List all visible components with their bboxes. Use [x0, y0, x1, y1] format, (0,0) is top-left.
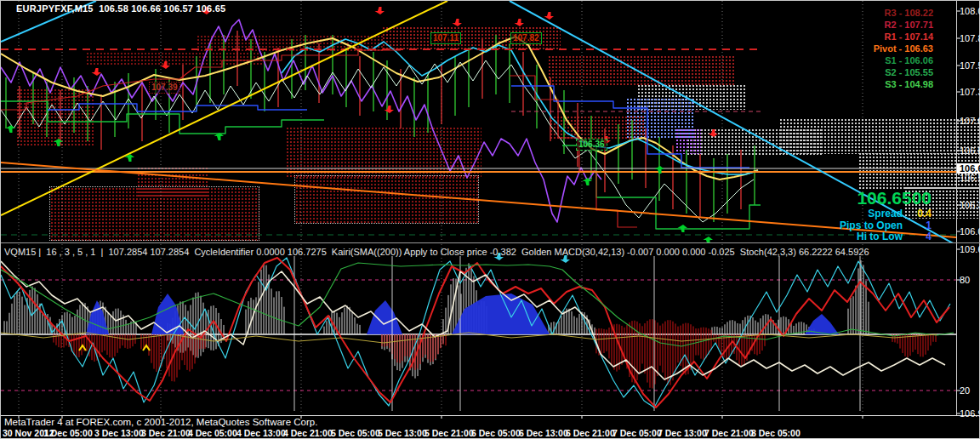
indicator-values-header: VQM15 | 16 , 3 , 5 , 1 | 107.2854 107.28… — [4, 247, 869, 257]
price-axis-label[interactable]: 20 — [960, 385, 970, 396]
sell-arrow-icon — [453, 19, 463, 26]
time-axis-label[interactable]: 7 Dec 21:00 — [704, 428, 754, 438]
pivot-label: S2 - 105.55 — [874, 66, 933, 78]
buy-arrow-icon — [125, 154, 135, 162]
pips-to-open-label: Pips to Open — [840, 220, 903, 231]
ichimoku-cloud — [779, 118, 980, 154]
sell-arrow-icon — [375, 7, 385, 14]
symbol-ohlc-header: EURJPYFXF,M15 106.58 106.66 106.57 106.6… — [16, 3, 225, 14]
time-axis-label[interactable]: 6 Dec 13:00 — [519, 428, 568, 438]
hi-to-low-value: 4 — [903, 231, 932, 243]
time-axis-line[interactable] — [1, 415, 980, 416]
pivot-label: R3 - 108.22 — [874, 7, 933, 19]
price-axis-label[interactable]: 108.05 — [960, 6, 980, 16]
ichimoku-cloud — [294, 175, 479, 224]
time-axis-label[interactable]: 4 Dec 13:00 — [236, 428, 286, 438]
time-axis-label[interactable]: 3 Dec 13:00 — [94, 428, 144, 438]
ichimoku-cloud — [137, 167, 209, 197]
ichimoku-cloud — [86, 52, 265, 66]
price-axis-label[interactable]: 106.998 — [960, 408, 980, 419]
series-signal-green — [1, 263, 954, 346]
price-flag-label: 107.39 — [149, 82, 180, 94]
panel-divider[interactable] — [1, 242, 980, 243]
price-axis-label[interactable]: 106.05 — [960, 226, 980, 237]
macd-mound — [367, 300, 402, 334]
macd-mound — [151, 294, 184, 334]
time-axis-label[interactable]: 7 Dec 05:00 — [612, 428, 662, 438]
ichimoku-cloud — [286, 127, 481, 178]
mt4-chart-window: EURJPYFXF,M15 106.58 106.66 106.57 106.6… — [0, 0, 980, 439]
time-axis-label[interactable]: 6 Dec 05:00 — [471, 428, 521, 438]
buy-arrow-icon — [214, 133, 225, 140]
series-channel-red-mid — [510, 76, 637, 227]
lower-plot-group — [1, 244, 956, 414]
ichimoku-cloud — [548, 55, 735, 86]
pivot-label: S1 - 106.06 — [874, 54, 933, 66]
current-price-label: 106.6500 — [840, 188, 932, 208]
time-axis-label[interactable]: 1 Dec 05:00 — [43, 428, 93, 438]
price-flag-label: 107.82 — [510, 32, 542, 44]
ichimoku-cloud — [16, 88, 94, 145]
price-flag-label: 106.36 — [576, 139, 607, 151]
price-axis-label[interactable]: 109.614 — [960, 244, 980, 254]
time-axis-label[interactable]: 3 Dec 21:00 — [141, 428, 191, 438]
price-axis-label[interactable]: 106.55 — [960, 173, 980, 183]
pivot-label: Pivot - 106.63 — [874, 43, 933, 54]
macd-mound — [452, 294, 550, 334]
series-olive-center — [1, 333, 937, 343]
pivot-label: S3 - 104.98 — [874, 78, 933, 90]
price-axis-label[interactable]: 80 — [960, 275, 970, 285]
price-axis-line[interactable] — [956, 1, 957, 415]
price-info-block: 106.6500 Spread0.4 Pips to Open1 Hi to L… — [840, 188, 932, 243]
mark-icon — [143, 345, 150, 351]
status-bar: MetaTrader 4 at FOREX.com, c 2001-2012, … — [4, 417, 317, 427]
time-axis-label[interactable]: 4 Dec 05:00 — [188, 428, 237, 438]
time-axis-label[interactable]: 4 Dec 21:00 — [283, 428, 333, 438]
pips-to-open-value: 1 — [903, 220, 932, 232]
price-axis-label[interactable]: 106.80 — [960, 145, 980, 156]
ichimoku-cloud — [675, 128, 701, 154]
macd-mound — [805, 314, 839, 334]
price-axis-label[interactable]: 107.55 — [960, 60, 980, 71]
price-axis-label[interactable]: 107.05 — [960, 116, 980, 126]
series-channel-green-right — [562, 145, 761, 229]
time-axis-label[interactable]: 6 Dec 21:00 — [566, 428, 615, 438]
price-flag-label: 107.11 — [430, 32, 461, 44]
spread-label: Spread — [868, 208, 903, 220]
sell-arrow-icon — [544, 12, 555, 20]
pivot-label: R2 - 107.71 — [874, 19, 933, 31]
time-axis-label[interactable]: 5 Dec 21:00 — [424, 428, 474, 438]
series-kairi-white — [1, 261, 945, 379]
pivot-levels-block: R3 - 108.22R2 - 107.71R1 - 107.14Pivot -… — [874, 7, 933, 90]
sell-arrow-icon — [515, 19, 525, 26]
time-axis-label[interactable]: 5 Dec 13:00 — [378, 428, 427, 438]
sell-arrow-icon — [92, 68, 102, 76]
ichimoku-cloud — [197, 35, 384, 52]
hi-to-low-label: Hi to Low — [857, 231, 903, 242]
price-axis-label[interactable]: 107.30 — [960, 87, 980, 97]
mark-icon — [79, 345, 86, 351]
buy-arrow-icon — [583, 178, 593, 185]
sell-arrow-icon — [385, 105, 395, 113]
macd-mound — [86, 300, 109, 334]
price-axis-label[interactable]: 106.30 — [960, 200, 980, 210]
pivot-label: R1 - 107.14 — [874, 31, 933, 43]
price-axis-label[interactable]: 107.80 — [960, 33, 980, 43]
buy-arrow-icon — [6, 125, 16, 133]
time-axis-label[interactable]: 8 Dec 05:00 — [751, 428, 801, 438]
time-axis-label[interactable]: 5 Dec 05:00 — [331, 428, 380, 438]
buy-arrow-icon — [678, 225, 688, 232]
series-stoch-slow-red — [1, 258, 949, 408]
series-stoch-fast-cyan — [1, 258, 950, 408]
buy-arrow-icon — [655, 166, 665, 174]
time-axis-label[interactable]: 7 Dec 13:00 — [658, 428, 707, 438]
spread-value: 0.4 — [903, 208, 932, 220]
